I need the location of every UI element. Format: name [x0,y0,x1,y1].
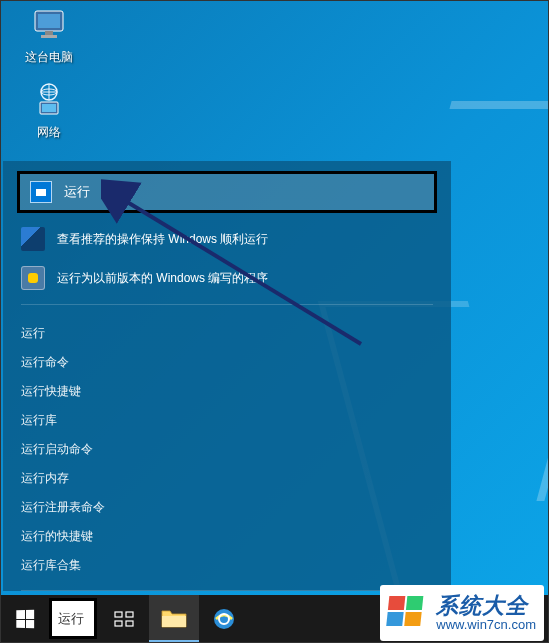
desktop-icon-network[interactable]: 网络 [11,80,87,141]
run-icon [30,181,52,203]
result-text: 运行为以前版本的 Windows 编写的程序 [57,270,268,287]
suggestion-item[interactable]: 运行命令 [21,348,433,377]
result-text: 查看推荐的操作保持 Windows 顺利运行 [57,231,268,248]
suggestion-item[interactable]: 运行快捷键 [21,377,433,406]
task-view-button[interactable] [99,595,149,642]
taskbar-search-box[interactable] [49,598,97,639]
best-match-label: 运行 [64,183,90,201]
suggestion-item[interactable]: 运行库 [21,406,433,435]
taskbar-app-ie[interactable] [199,595,249,642]
suggestion-item[interactable]: 运行注册表命令 [21,493,433,522]
desktop-icon-label: 网络 [37,124,61,141]
svg-rect-24 [405,612,422,626]
svg-rect-23 [387,612,404,626]
svg-rect-15 [126,612,133,617]
suggestion-item[interactable]: 运行 [21,319,433,348]
settings-result-item[interactable]: 查看推荐的操作保持 Windows 顺利运行 [3,221,451,257]
file-explorer-icon [161,607,187,629]
task-view-icon [114,609,134,629]
svg-rect-14 [115,612,122,617]
windows-logo-icon [16,609,34,627]
svg-rect-22 [406,596,423,610]
search-results-panel: 运行 查看推荐的操作保持 Windows 顺利运行 运行为以前版本的 Windo… [3,161,451,591]
svg-rect-1 [38,14,60,28]
compatibility-icon [21,266,45,290]
suggestion-item[interactable]: 运行的快捷键 [21,522,433,551]
network-icon [29,80,69,120]
flag-icon [21,227,45,251]
internet-explorer-icon [211,606,237,632]
svg-rect-9 [42,104,56,112]
divider [21,590,433,591]
svg-rect-17 [126,621,133,626]
watermark-logo: 系统大全 www.win7cn.com [380,585,544,641]
watermark-windows-icon [384,590,430,636]
search-input[interactable] [58,611,88,626]
svg-rect-3 [41,35,57,38]
watermark-url: www.win7cn.com [436,618,536,632]
suggestion-item[interactable]: 运行内存 [21,464,433,493]
desktop-icons-area: 这台电脑 网络 [11,5,87,155]
suggestion-item[interactable]: 运行库合集 [21,551,433,580]
svg-rect-2 [45,31,53,35]
taskbar-app-explorer[interactable] [149,595,199,642]
svg-rect-21 [388,596,405,610]
settings-result-item[interactable]: 运行为以前版本的 Windows 编写的程序 [3,260,451,296]
watermark-title: 系统大全 [436,594,536,618]
desktop-icon-this-pc[interactable]: 这台电脑 [11,5,87,66]
svg-rect-18 [162,616,186,627]
this-pc-icon [29,5,69,45]
suggestion-item[interactable]: 运行启动命令 [21,435,433,464]
best-match-result[interactable]: 运行 [17,171,437,213]
desktop-icon-label: 这台电脑 [25,49,73,66]
svg-rect-16 [115,621,122,626]
start-button[interactable] [1,595,49,642]
search-suggestions-list: 运行 运行命令 运行快捷键 运行库 运行启动命令 运行内存 运行注册表命令 运行… [3,313,451,582]
divider [21,304,433,305]
